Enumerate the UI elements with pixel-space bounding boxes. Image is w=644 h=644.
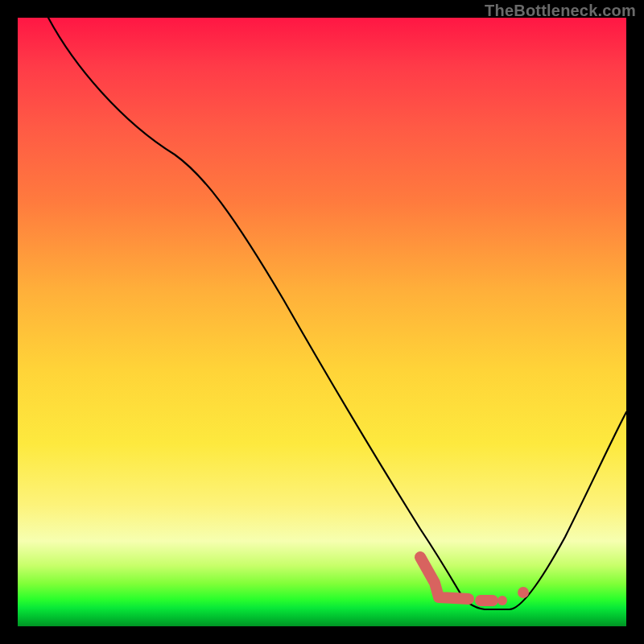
bottleneck-curve: [48, 18, 626, 609]
watermark-text: TheBottleneck.com: [485, 2, 636, 20]
optimal-range-marker: [420, 557, 469, 599]
optimal-range-dot-1: [497, 596, 507, 605]
optimal-range-dot-2: [518, 587, 529, 598]
plot-area: [18, 18, 626, 626]
bottleneck-chart: [18, 18, 626, 626]
